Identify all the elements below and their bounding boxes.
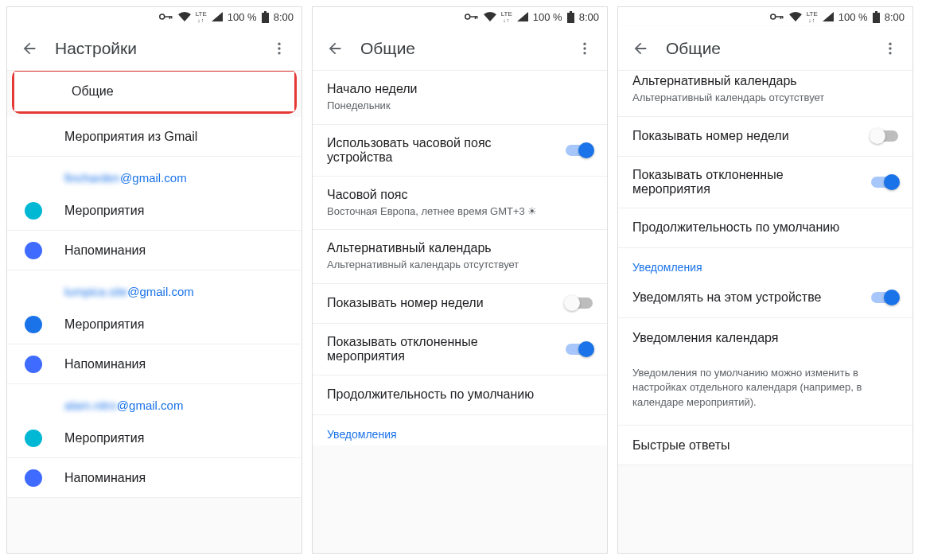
item-label: Быстрые ответы bbox=[632, 438, 898, 453]
account-reminders[interactable]: Напоминания bbox=[7, 231, 302, 270]
toggle-switch[interactable] bbox=[566, 298, 593, 309]
vpn-key-icon bbox=[465, 12, 479, 21]
back-arrow-icon bbox=[632, 40, 649, 57]
clock-text: 8:00 bbox=[885, 11, 905, 23]
signal-icon bbox=[517, 12, 528, 21]
section-header-notifications: Уведомления bbox=[313, 415, 607, 445]
svg-point-25 bbox=[889, 47, 891, 49]
setting-default-duration[interactable]: Продолжительность по умолчанию bbox=[618, 208, 912, 248]
item-value: Альтернативный календарь отсутствует bbox=[327, 258, 593, 272]
toggle-switch[interactable] bbox=[566, 145, 593, 156]
toggle-switch[interactable] bbox=[871, 292, 898, 303]
overflow-menu-button[interactable] bbox=[874, 33, 906, 64]
section-header-notifications: Уведомления bbox=[618, 248, 912, 278]
battery-text: 100 % bbox=[228, 11, 257, 23]
setting-alt-calendar[interactable]: Альтернативный календарь Альтернативный … bbox=[313, 230, 607, 284]
setting-timezone[interactable]: Часовой пояс Восточная Европа, летнее вр… bbox=[313, 177, 607, 231]
item-label: Показывать номер недели bbox=[327, 296, 551, 310]
settings-item-general[interactable]: Общие bbox=[14, 72, 294, 111]
network-lte-icon: LTE↓↑ bbox=[196, 11, 207, 23]
item-label: Уведомления календаря bbox=[632, 331, 898, 345]
svg-point-17 bbox=[583, 52, 586, 54]
back-arrow-icon bbox=[326, 40, 344, 57]
item-label: Мероприятия из Gmail bbox=[64, 130, 287, 144]
svg-rect-1 bbox=[164, 16, 171, 18]
account-events[interactable]: Мероприятия bbox=[7, 305, 302, 344]
app-bar: Общие bbox=[313, 26, 607, 71]
overflow-menu-button[interactable] bbox=[569, 33, 601, 64]
svg-rect-14 bbox=[570, 11, 572, 13]
item-label: Продолжительность по умолчанию bbox=[327, 387, 593, 402]
svg-rect-5 bbox=[264, 11, 267, 13]
status-bar: LTE↓↑ 100 % 8:00 bbox=[618, 7, 912, 26]
svg-point-16 bbox=[583, 47, 586, 49]
setting-show-declined[interactable]: Показывать отклоненные мероприятия bbox=[618, 157, 912, 208]
svg-point-0 bbox=[159, 14, 164, 19]
wifi-icon bbox=[789, 12, 802, 21]
status-bar: LTE↓↑ 100 % 8:00 bbox=[7, 7, 302, 26]
svg-point-24 bbox=[889, 42, 891, 45]
setting-alt-calendar[interactable]: Альтернативный календарь Альтернативный … bbox=[618, 71, 912, 117]
app-bar: Общие bbox=[618, 26, 912, 71]
page-title: Общие bbox=[351, 39, 569, 58]
svg-point-26 bbox=[889, 52, 891, 54]
svg-rect-23 bbox=[875, 11, 877, 13]
calendar-color-dot bbox=[25, 356, 42, 373]
svg-point-15 bbox=[583, 42, 586, 45]
status-bar: LTE↓↑ 100 % 8:00 bbox=[313, 7, 607, 26]
account-reminders[interactable]: Напоминания bbox=[7, 344, 302, 384]
network-lte-icon: LTE↓↑ bbox=[807, 11, 818, 23]
page-title: Общие bbox=[656, 39, 874, 58]
item-value: Восточная Европа, летнее время GMT+3 ☀ bbox=[327, 204, 593, 219]
wifi-icon bbox=[484, 12, 496, 21]
setting-week-start[interactable]: Начало недели Понедельник bbox=[313, 71, 607, 125]
svg-point-6 bbox=[278, 42, 280, 45]
account-email: fincharden@gmail.com bbox=[7, 157, 302, 191]
signal-icon bbox=[823, 12, 834, 21]
item-value: Альтернативный календарь отсутствует bbox=[632, 91, 898, 105]
setting-default-duration[interactable]: Продолжительность по умолчанию bbox=[313, 375, 607, 415]
svg-rect-11 bbox=[474, 16, 476, 19]
network-lte-icon: LTE↓↑ bbox=[501, 11, 512, 23]
calendar-color-dot bbox=[25, 316, 42, 333]
setting-calendar-notifications[interactable]: Уведомления календаря bbox=[618, 318, 912, 358]
item-label: Альтернативный календарь bbox=[632, 74, 898, 88]
battery-icon bbox=[873, 11, 880, 23]
account-events[interactable]: Мероприятия bbox=[7, 191, 302, 231]
battery-icon bbox=[262, 11, 269, 23]
more-vert-icon bbox=[882, 41, 898, 56]
calendar-color-dot bbox=[25, 242, 42, 259]
setting-quick-replies[interactable]: Быстрые ответы bbox=[618, 426, 912, 465]
setting-show-declined[interactable]: Показывать отклоненные мероприятия bbox=[313, 324, 607, 375]
app-bar: Настройки bbox=[7, 26, 302, 71]
more-vert-icon bbox=[577, 41, 593, 56]
account-events[interactable]: Мероприятия bbox=[7, 418, 302, 458]
setting-show-week-number[interactable]: Показывать номер недели bbox=[618, 117, 912, 157]
page-title: Настройки bbox=[45, 39, 263, 58]
svg-rect-21 bbox=[782, 16, 784, 18]
overflow-menu-button[interactable] bbox=[263, 33, 295, 64]
item-label: Показывать отклоненные мероприятия bbox=[632, 168, 857, 196]
settings-item-gmail-events[interactable]: Мероприятия из Gmail bbox=[7, 117, 302, 157]
svg-point-9 bbox=[465, 14, 469, 19]
back-button[interactable] bbox=[14, 33, 45, 64]
more-vert-icon bbox=[271, 41, 287, 56]
item-label: Альтернативный календарь bbox=[327, 241, 593, 255]
item-label: Начало недели bbox=[327, 82, 593, 96]
back-button[interactable] bbox=[624, 33, 656, 64]
phone-general-scrolled: LTE↓↑ 100 % 8:00 Общие Альтернативный ка… bbox=[617, 6, 913, 554]
calendar-color-dot bbox=[25, 202, 42, 220]
highlight-annotation: Общие bbox=[12, 71, 297, 114]
svg-rect-13 bbox=[567, 13, 574, 23]
setting-use-device-tz[interactable]: Использовать часовой пояс устройства bbox=[313, 125, 607, 177]
toggle-switch[interactable] bbox=[566, 344, 593, 355]
setting-show-week-number[interactable]: Показывать номер недели bbox=[313, 284, 607, 324]
back-button[interactable] bbox=[319, 33, 351, 64]
battery-text: 100 % bbox=[838, 11, 868, 23]
item-label: Мероприятия bbox=[64, 431, 287, 445]
item-label: Общие bbox=[72, 84, 280, 99]
setting-notify-device[interactable]: Уведомлять на этом устройстве bbox=[618, 278, 912, 318]
account-reminders[interactable]: Напоминания bbox=[7, 458, 302, 498]
toggle-switch[interactable] bbox=[871, 130, 898, 142]
toggle-switch[interactable] bbox=[871, 177, 898, 188]
